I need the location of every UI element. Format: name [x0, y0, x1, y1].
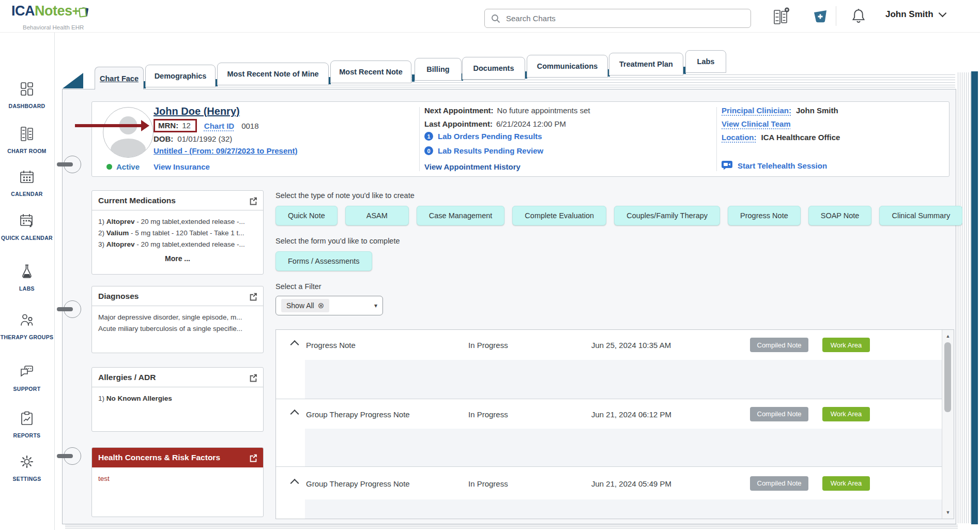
work-area-button[interactable]: Work Area — [822, 407, 870, 421]
note-date: Jun 21, 2024 05:49 PM — [591, 479, 671, 488]
work-area-button[interactable]: Work Area — [822, 476, 870, 491]
lab-orders-link[interactable]: Lab Orders Pending Results — [438, 132, 542, 141]
chart-search — [484, 9, 751, 28]
view-clinical-team-link[interactable]: View Clinical Team — [722, 119, 791, 128]
note-date: Jun 21, 2024 06:12 PM — [591, 410, 671, 418]
open-in-new-icon[interactable] — [249, 373, 258, 382]
sidebar-item-support[interactable]: SUPPORT — [0, 364, 54, 392]
episode-link[interactable]: Untitled - (From: 09/27/2023 to Present) — [154, 146, 297, 155]
sidebar-item-reports[interactable]: REPORTS — [0, 411, 54, 439]
mrn-annotation-arrowhead — [141, 120, 149, 131]
forms-assessments-button[interactable]: Forms / Assessments — [275, 251, 372, 271]
view-insurance-row: View Insurance — [154, 162, 210, 171]
view-insurance-link[interactable]: View Insurance — [154, 162, 210, 171]
complete-evaluation-button[interactable]: Complete Evaluation — [512, 206, 606, 225]
note-title: Group Therapy Progress Note — [306, 410, 410, 418]
chart-id-link[interactable]: Chart ID — [204, 122, 234, 130]
diagnosis-item: Acute miliary tuberculosis of a single s… — [98, 323, 257, 335]
tab-treatment-plan[interactable]: Treatment Plan — [609, 53, 683, 75]
notifications-bell-icon[interactable] — [850, 7, 867, 24]
sidebar-item-settings[interactable]: SETTINGS — [0, 454, 54, 482]
clinical-summary-button[interactable]: Clinical Summary — [879, 206, 962, 225]
mrn-label: MRN: — [158, 121, 178, 130]
filter-dropdown[interactable]: Show All ⊗ ▾ — [275, 296, 383, 315]
quick-calendar-icon — [19, 213, 35, 230]
notes-scrollbar[interactable]: ▲ ▼ — [942, 330, 954, 519]
principal-clinician-link[interactable]: Principal Clinician: — [722, 106, 791, 115]
location-link[interactable]: Location: — [722, 133, 757, 142]
note-date: Jun 25, 2024 10:35 AM — [591, 341, 671, 350]
view-appointment-history-link[interactable]: View Appointment History — [424, 162, 520, 171]
appointment-history-row: View Appointment History — [424, 162, 520, 171]
compiled-note-button[interactable]: Compiled Note — [750, 407, 808, 421]
dob-value: 01/01/1992 (32) — [177, 134, 232, 143]
quick-note-button[interactable]: Quick Note — [275, 206, 338, 225]
principal-clinician-row: Principal Clinician: John Smith — [722, 106, 838, 115]
scrollbar-thumb[interactable] — [944, 342, 951, 412]
asam-button[interactable]: ASAM — [345, 206, 409, 225]
clear-filter-icon[interactable]: ⊗ — [318, 301, 325, 310]
sidebar-item-chart-room[interactable]: CHART ROOM — [0, 126, 54, 155]
page-stack-line — [146, 87, 955, 87]
sidebar-item-label: SUPPORT — [0, 386, 54, 392]
case-management-button[interactable]: Case Management — [417, 206, 505, 225]
pharmacy-icon[interactable] — [812, 8, 829, 24]
soap-note-button[interactable]: SOAP Note — [808, 206, 872, 225]
medications-more-link[interactable]: More ... — [98, 253, 257, 264]
tab-billing[interactable]: Billing — [415, 58, 462, 81]
next-appointment-row: Next Appointment: No future appointments… — [424, 106, 590, 115]
app-logo[interactable]: ICANotes+ Behavioral Health EHR — [11, 3, 89, 35]
medication-item: 1) Altoprev - 20 mg tablet,extended rele… — [98, 216, 257, 228]
dropdown-caret-icon: ▾ — [374, 302, 377, 309]
chevron-up-icon[interactable] — [292, 479, 298, 488]
topbar-divider — [836, 6, 836, 26]
sidebar-item-quick-calendar[interactable]: QUICK CALENDAR — [0, 213, 54, 241]
sidebar-item-label: SETTINGS — [0, 476, 54, 482]
chevron-up-icon[interactable] — [292, 341, 298, 350]
tab-demographics[interactable]: Demographics — [145, 65, 216, 87]
progress-note-button[interactable]: Progress Note — [728, 206, 801, 225]
last-appointment-row: Last Appointment: 6/21/2024 12:00 PM — [424, 119, 566, 128]
logo-text: ICANotes+ — [11, 3, 89, 19]
tab-most-recent-note[interactable]: Most Recent Note — [330, 60, 411, 83]
tab-most-recent-note-of-mine[interactable]: Most Recent Note of Mine — [217, 63, 329, 85]
patient-summary-card: John Doe (Henry) MRN: 12 Chart ID 0018 D… — [91, 101, 950, 177]
search-input[interactable] — [505, 13, 744, 23]
panel-title: Allergies / ADR — [98, 373, 156, 382]
couples-family-therapy-button[interactable]: Couples/Family Therapy — [614, 206, 720, 225]
user-menu[interactable]: John Smith — [885, 9, 945, 20]
note-status: In Progress — [468, 341, 508, 350]
mrn-value: 12 — [182, 121, 191, 130]
patient-name-link[interactable]: John Doe (Henry) — [154, 105, 240, 117]
new-chart-icon[interactable] — [773, 7, 790, 25]
allergy-item: 1) No Known Allergies — [98, 393, 257, 404]
compiled-note-button[interactable]: Compiled Note — [750, 338, 808, 352]
chevron-up-icon[interactable] — [292, 410, 298, 418]
sidebar-item-label: REPORTS — [0, 432, 54, 439]
sidebar-item-label: THERAPY GROUPS — [0, 334, 54, 341]
chart-id-value: 0018 — [241, 122, 258, 130]
form-select-label: Select the form you'd like to complete — [275, 237, 400, 245]
lab-results-link[interactable]: Lab Results Pending Review — [438, 146, 543, 155]
open-in-new-icon[interactable] — [249, 292, 258, 301]
lab-results-count-badge: 0 — [424, 146, 433, 155]
note-row-expanded-area — [305, 429, 942, 466]
sidebar-item-calendar[interactable]: CALENDAR — [0, 169, 54, 198]
tab-labs[interactable]: Labs — [685, 50, 726, 73]
tab-documents[interactable]: Documents — [462, 57, 525, 80]
sidebar-item-dashboard[interactable]: DASHBOARD — [0, 81, 54, 110]
start-telehealth-link[interactable]: Start Telehealth Session — [738, 161, 827, 170]
scroll-down-icon[interactable]: ▼ — [942, 510, 954, 515]
sidebar-item-label: DASHBOARD — [0, 103, 54, 110]
open-in-new-icon[interactable] — [249, 453, 258, 462]
sidebar-item-therapy-groups[interactable]: THERAPY GROUPS — [0, 312, 54, 341]
tab-communications[interactable]: Communications — [527, 55, 608, 78]
compiled-note-button[interactable]: Compiled Note — [750, 476, 808, 491]
app-window: ICANotes+ Behavioral Health EHR — [0, 0, 980, 530]
open-in-new-icon[interactable] — [249, 196, 258, 205]
clipboard-icon — [19, 411, 35, 427]
scroll-up-icon[interactable]: ▲ — [942, 334, 954, 339]
tab-chart-face[interactable]: Chart Face — [95, 67, 144, 89]
work-area-button[interactable]: Work Area — [822, 338, 870, 352]
sidebar-item-labs[interactable]: LABS — [0, 264, 54, 292]
